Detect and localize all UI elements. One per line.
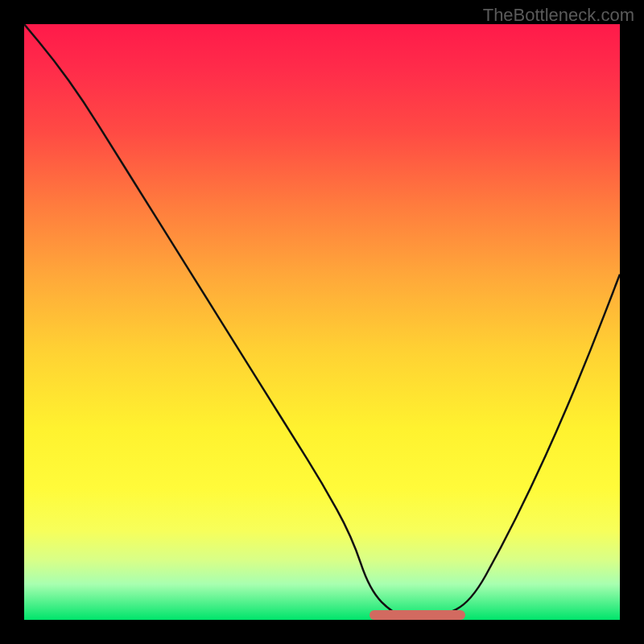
plot-area xyxy=(24,24,620,620)
watermark-text: TheBottleneck.com xyxy=(483,5,634,26)
optimal-range-highlight xyxy=(369,610,464,620)
chart-container: TheBottleneck.com xyxy=(0,0,644,644)
bottleneck-curve xyxy=(24,24,620,620)
